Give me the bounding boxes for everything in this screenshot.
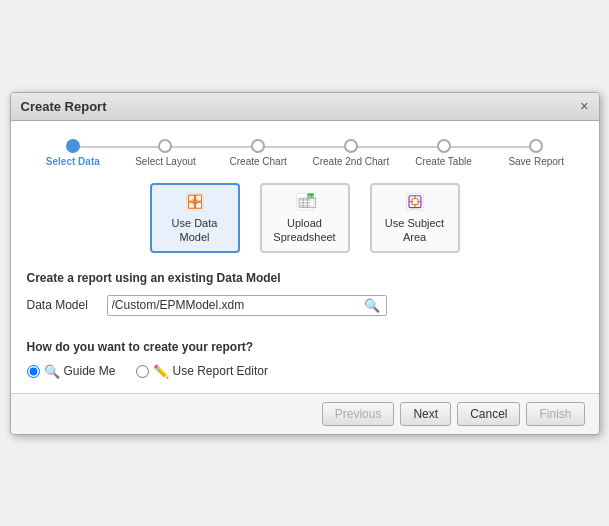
step-create-2nd-chart[interactable]: Create 2nd Chart <box>305 139 398 167</box>
dialog-title: Create Report <box>21 99 107 114</box>
step-circle-save-report <box>529 139 543 153</box>
previous-button[interactable]: Previous <box>322 402 395 426</box>
step-circle-select-layout <box>158 139 172 153</box>
dialog-body: Select Data Select Layout Create Chart C… <box>11 121 599 393</box>
option-upload-spreadsheet[interactable]: XLS Upload Spreadsheet <box>260 183 350 253</box>
step-circle-create-table <box>437 139 451 153</box>
radio-option-report-editor[interactable]: ✏️ Use Report Editor <box>136 364 268 379</box>
finish-button[interactable]: Finish <box>526 402 584 426</box>
step-label-select-data: Select Data <box>46 156 100 167</box>
how-section-title: How do you want to create your report? <box>27 340 583 354</box>
data-model-field-row: Data Model 🔍 <box>27 295 583 316</box>
create-report-dialog: Create Report × Select Data Select Layou… <box>10 92 600 435</box>
options-row: Use Data Model XLS Upload Spread <box>27 183 583 253</box>
data-model-section-title: Create a report using an existing Data M… <box>27 271 583 285</box>
data-model-icon <box>177 191 213 212</box>
option-use-data-model-label: Use Data Model <box>158 216 232 245</box>
step-label-save-report: Save Report <box>508 156 564 167</box>
data-model-section: Create a report using an existing Data M… <box>27 271 583 316</box>
radio-guide-me-label: Guide Me <box>64 364 116 378</box>
next-button[interactable]: Next <box>400 402 451 426</box>
radio-report-editor[interactable] <box>136 365 149 378</box>
data-model-search-button[interactable]: 🔍 <box>362 298 382 313</box>
step-select-layout[interactable]: Select Layout <box>119 139 212 167</box>
step-circle-create-2nd-chart <box>344 139 358 153</box>
step-label-create-2nd-chart: Create 2nd Chart <box>312 156 389 167</box>
step-select-data[interactable]: Select Data <box>26 139 119 167</box>
steps-bar: Select Data Select Layout Create Chart C… <box>27 135 583 167</box>
radio-option-guide-me[interactable]: 🔍 Guide Me <box>27 364 116 379</box>
guide-me-icon: 🔍 <box>44 364 60 379</box>
step-circle-create-chart <box>251 139 265 153</box>
data-model-input[interactable] <box>112 298 362 312</box>
radio-row: 🔍 Guide Me ✏️ Use Report Editor <box>27 364 583 379</box>
how-section: How do you want to create your report? 🔍… <box>27 340 583 379</box>
close-button[interactable]: × <box>580 99 588 113</box>
option-use-subject-area[interactable]: Use Subject Area <box>370 183 460 253</box>
step-label-select-layout: Select Layout <box>135 156 196 167</box>
data-model-field-label: Data Model <box>27 298 99 312</box>
report-editor-icon: ✏️ <box>153 364 169 379</box>
option-upload-spreadsheet-label: Upload Spreadsheet <box>268 216 342 245</box>
dialog-header: Create Report × <box>11 93 599 121</box>
step-create-chart[interactable]: Create Chart <box>212 139 305 167</box>
cancel-button[interactable]: Cancel <box>457 402 520 426</box>
spreadsheet-icon: XLS <box>287 191 323 212</box>
subject-area-icon <box>397 191 433 212</box>
dialog-footer: Previous Next Cancel Finish <box>11 393 599 434</box>
radio-guide-me[interactable] <box>27 365 40 378</box>
step-create-table[interactable]: Create Table <box>397 139 490 167</box>
option-use-subject-area-label: Use Subject Area <box>378 216 452 245</box>
radio-report-editor-label: Use Report Editor <box>173 364 268 378</box>
step-label-create-chart: Create Chart <box>230 156 287 167</box>
data-model-input-wrap: 🔍 <box>107 295 387 316</box>
step-label-create-table: Create Table <box>415 156 472 167</box>
step-save-report[interactable]: Save Report <box>490 139 583 167</box>
step-circle-select-data <box>66 139 80 153</box>
option-use-data-model[interactable]: Use Data Model <box>150 183 240 253</box>
